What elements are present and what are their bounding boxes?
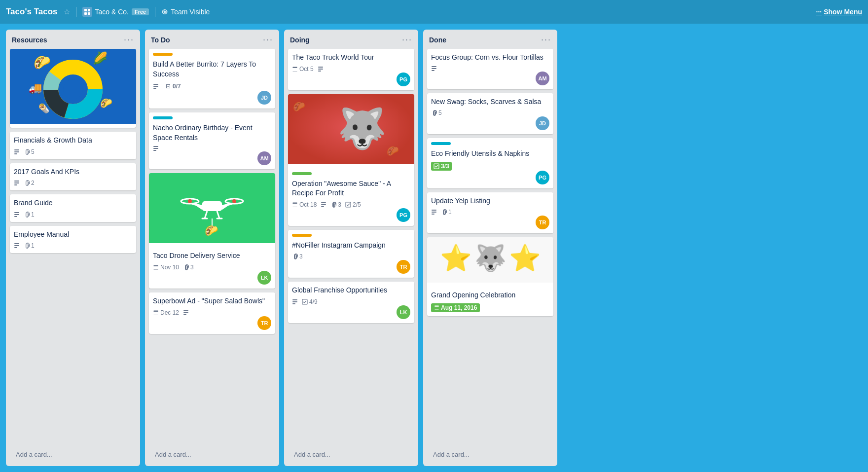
svg-rect-61 [292, 299, 297, 300]
svg-rect-23 [14, 243, 19, 244]
svg-line-40 [217, 211, 219, 218]
svg-rect-20 [14, 212, 19, 213]
card-manual-meta: 1 [14, 242, 132, 249]
awesome-date: Oct 18 [292, 201, 317, 208]
visibility-label: Team Visible [171, 8, 210, 16]
svg-rect-21 [14, 214, 19, 215]
card-worldtour[interactable]: The Taco Truck World Tour Oct 5 PG [288, 49, 414, 90]
eco-label [431, 142, 451, 145]
svg-rect-15 [14, 151, 19, 152]
card-manual[interactable]: Employee Manual 1 [10, 226, 136, 254]
workspace-icon [82, 7, 92, 17]
drone-attachment: 3 [183, 264, 194, 271]
column-todo-menu[interactable]: ··· [263, 35, 273, 45]
show-menu-label: Show Menu [824, 8, 862, 16]
franchise-desc-icon [292, 299, 298, 305]
svg-rect-48 [183, 312, 188, 313]
birthday-label [153, 116, 173, 119]
resources-add-card[interactable]: Add a card... [10, 447, 136, 462]
card-instagram-meta: 3 [292, 253, 410, 260]
todo-add-card[interactable]: Add a card... [149, 447, 275, 462]
grand-date-badge: Aug 11, 2016 [431, 303, 480, 312]
column-resources-menu[interactable]: ··· [124, 35, 134, 45]
card-yelp[interactable]: Update Yelp Listing 1 TR [427, 192, 553, 234]
card-worldtour-title: The Taco Truck World Tour [292, 53, 410, 63]
column-done-header: Done ··· [423, 30, 557, 49]
card-focus-title: Focus Group: Corn vs. Flour Tortillas [431, 53, 549, 63]
free-badge: Free [132, 8, 149, 15]
awesome-checklist: 2/5 [345, 201, 361, 208]
card-franchise[interactable]: Global Franchise Opportunities 4/9 LK [288, 282, 414, 323]
burrito-desc-icon [153, 83, 159, 89]
card-goals[interactable]: 2017 Goals And KPIs 2 [10, 163, 136, 191]
column-todo-title: To Do [151, 36, 170, 44]
franchise-checklist: 4/9 [302, 298, 318, 305]
card-manual-title: Employee Manual [14, 230, 132, 240]
svg-rect-19 [14, 184, 17, 185]
superbowl-date: Dec 12 [153, 309, 179, 316]
swag-attachment: 5 [431, 109, 442, 116]
done-add-card[interactable]: Add a card... [427, 447, 553, 462]
column-doing-header: Doing ··· [284, 30, 418, 49]
svg-rect-16 [14, 153, 17, 154]
goals-attachment: 2 [24, 180, 35, 186]
column-done-menu[interactable]: ··· [541, 35, 551, 45]
card-grand[interactable]: ⭐ 🐺 ⭐ Grand Opening Celebration Aug 11, … [427, 237, 553, 316]
wolf-image: 🌮 🌮 🐺 [288, 94, 414, 164]
svg-point-43 [188, 199, 192, 203]
card-brand-title: Brand Guide [14, 198, 132, 208]
card-awesome[interactable]: 🌮 🌮 🐺 Operation "Awesome Sauce" - A Reci… [288, 94, 414, 226]
card-swag[interactable]: New Swag: Socks, Scarves & Salsa 5 JD [427, 93, 553, 135]
card-brand[interactable]: Brand Guide 1 [10, 194, 136, 222]
card-worldtour-meta: Oct 5 [292, 66, 410, 73]
column-done: Done ··· Focus Group: Corn vs. Flour Tor… [423, 30, 557, 466]
svg-rect-32 [202, 201, 222, 211]
show-menu-button[interactable]: ··· Show Menu [816, 8, 862, 16]
awesome-avatar: PG [397, 208, 410, 222]
header: Taco's Tacos ☆ Taco & Co. Free Team Visi… [0, 0, 868, 24]
card-grand-meta: Aug 11, 2016 [431, 303, 549, 312]
franchise-avatar: LK [397, 305, 410, 319]
svg-rect-22 [14, 216, 17, 217]
svg-line-39 [205, 211, 207, 218]
card-burrito-title: Build A Better Burrito: 7 Layers To Succ… [153, 60, 271, 79]
wolf-party-icon: 🐺 [474, 243, 506, 273]
header-actions: ··· Show Menu [816, 8, 862, 16]
svg-text:🌮: 🌮 [293, 101, 305, 112]
card-yelp-title: Update Yelp Listing [431, 196, 549, 206]
column-resources: Resources ··· 🌮 🌽 🌮 🌯 [6, 30, 140, 466]
card-superbowl[interactable]: Superbowl Ad - "Super Salad Bowls" Dec 1… [149, 292, 275, 334]
card-financials-title: Financials & Growth Data [14, 136, 132, 145]
yelp-avatar: TR [536, 216, 549, 229]
card-drone-meta: Nov 10 3 [153, 264, 271, 271]
svg-rect-3 [88, 12, 90, 15]
card-eco[interactable]: Eco Friendly Utensils & Napkins 3/3 PG [427, 138, 553, 188]
instagram-label [292, 234, 312, 237]
card-instagram[interactable]: #NoFiller Instagram Campaign 3 TR [288, 230, 414, 278]
card-focus[interactable]: Focus Group: Corn vs. Flour Tortillas AM [427, 49, 553, 89]
card-burrito[interactable]: Build A Better Burrito: 7 Layers To Succ… [149, 49, 275, 109]
divider [76, 7, 76, 17]
svg-rect-65 [432, 66, 436, 67]
svg-rect-64 [302, 299, 307, 304]
celebration-image: ⭐ 🐺 ⭐ [427, 237, 553, 283]
card-financials-meta: 5 [14, 148, 132, 155]
card-focus-meta [431, 66, 549, 72]
column-doing-menu[interactable]: ··· [402, 35, 412, 45]
column-done-cards: Focus Group: Corn vs. Flour Tortillas AM… [423, 49, 557, 445]
workspace-name: Taco & Co. [95, 8, 129, 16]
card-drone[interactable]: 🌮 Taco Drone Delivery Service Nov 10 3 [149, 173, 275, 289]
star-icon[interactable]: ☆ [64, 7, 70, 16]
svg-rect-59 [321, 206, 324, 207]
divider2 [155, 7, 155, 17]
card-goals-meta: 2 [14, 180, 132, 186]
doing-add-card[interactable]: Add a card... [288, 447, 414, 462]
column-doing-title: Doing [290, 36, 310, 44]
eco-avatar: PG [536, 171, 549, 184]
svg-rect-51 [318, 69, 323, 70]
card-financials[interactable]: Financials & Growth Data 5 [10, 132, 136, 159]
column-resources-header: Resources ··· [6, 30, 140, 49]
resources-image-card[interactable]: 🌮 🌽 🌮 🌯 🚚 [10, 49, 136, 128]
card-birthday[interactable]: Nacho Ordinary Birthday - Event Space Re… [149, 112, 275, 169]
brand-desc-icon [14, 212, 20, 218]
